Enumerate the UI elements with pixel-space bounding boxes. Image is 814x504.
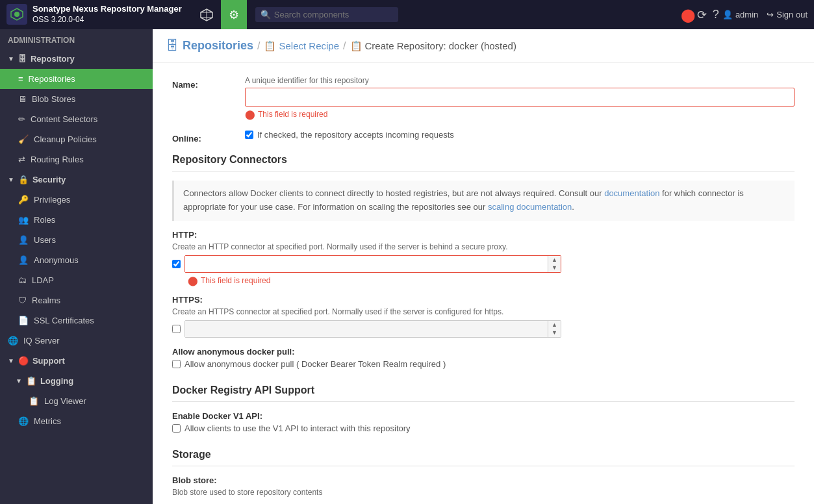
name-error-icon: ⬤ xyxy=(245,109,255,120)
username-label: admin xyxy=(735,10,758,19)
sidebar-item-security-group[interactable]: ▼ 🔒 Security xyxy=(0,170,153,190)
ldap-icon: 🗂 xyxy=(18,275,27,285)
refresh-icon[interactable]: ⟳ xyxy=(697,8,707,22)
support-icon: 🔴 xyxy=(18,356,29,366)
https-checkbox[interactable] xyxy=(172,325,181,333)
http-decrement-button[interactable]: ▼ xyxy=(548,264,561,272)
http-spinner-container: ▲ ▼ xyxy=(184,255,561,273)
sign-out-button[interactable]: ↪ Sign out xyxy=(767,10,808,19)
log-viewer-icon: 📋 xyxy=(29,396,39,406)
name-input[interactable] xyxy=(245,88,795,107)
sidebar-label-logging: Logging xyxy=(40,376,73,386)
chevron-down-icon-logging: ▼ xyxy=(16,377,22,384)
select-recipe-icon: 📋 xyxy=(264,40,276,52)
sidebar-item-support-group[interactable]: ▼ 🔴 Support xyxy=(0,351,153,371)
sign-out-icon: ↪ xyxy=(767,10,774,19)
sidebar-label-repositories: Repositories xyxy=(29,74,75,84)
help-icon[interactable]: ? xyxy=(713,8,719,21)
app-logo: Sonatype Nexus Repository Manager OSS 3.… xyxy=(6,4,182,25)
http-port-input[interactable] xyxy=(185,256,548,272)
repositories-breadcrumb-icon: 🗄 xyxy=(166,38,179,53)
sidebar-item-ldap[interactable]: 🗂 LDAP xyxy=(0,270,153,290)
documentation-link[interactable]: documentation xyxy=(604,188,659,198)
sidebar-label-realms: Realms xyxy=(32,296,60,305)
repo-connectors-title: Repository Connectors xyxy=(172,154,795,171)
sidebar-item-blob-stores[interactable]: 🖥 Blob Stores xyxy=(0,89,153,109)
sidebar-item-privileges[interactable]: 🔑 Privileges xyxy=(0,190,153,210)
sidebar-item-realms[interactable]: 🛡 Realms xyxy=(0,290,153,310)
search-bar[interactable]: 🔍 xyxy=(255,7,398,22)
https-field-block: HTTPS: Create an HTTPS connector at spec… xyxy=(172,295,795,338)
alert-badge: ! xyxy=(687,9,690,21)
sidebar-item-iq-server[interactable]: 🌐 IQ Server xyxy=(0,331,153,351)
top-nav-right: ⬤ ! ⟳ ? 👤 admin ↪ Sign out xyxy=(681,7,808,23)
app-version: OSS 3.20.0-04 xyxy=(32,15,84,24)
https-input-row: ▲ ▼ xyxy=(172,320,795,338)
online-label: Online: xyxy=(172,130,237,144)
enable-v1-block: Enable Docker V1 API: Allow clients to u… xyxy=(172,411,795,433)
http-checkbox[interactable] xyxy=(172,260,181,268)
sidebar-item-roles[interactable]: 👥 Roles xyxy=(0,210,153,230)
anon-docker-pull-label: Allow anonymous docker pull: xyxy=(172,347,795,357)
name-field-container: A unique identifier for this repository … xyxy=(245,76,795,120)
main-layout: Administration ▼ 🗄 Repository ≡ Reposito… xyxy=(0,29,814,504)
repositories-breadcrumb-link[interactable]: Repositories xyxy=(183,39,253,53)
sidebar-label-iq-server: IQ Server xyxy=(23,336,60,346)
sidebar-label-anonymous: Anonymous xyxy=(34,255,79,265)
sidebar-item-logging-group[interactable]: ▼ 📋 Logging xyxy=(0,371,153,391)
http-increment-button[interactable]: ▲ xyxy=(548,256,561,264)
create-repo-label: Create Repository: docker (hosted) xyxy=(365,40,516,51)
breadcrumb-sep-2: / xyxy=(343,40,346,52)
sidebar-label-users: Users xyxy=(34,235,56,245)
enable-v1-checkbox[interactable] xyxy=(172,424,181,433)
privileges-icon: 🔑 xyxy=(18,195,29,205)
sidebar-item-log-viewer[interactable]: 📋 Log Viewer xyxy=(0,391,153,411)
roles-icon: 👥 xyxy=(18,215,29,225)
svg-point-1 xyxy=(14,12,19,17)
name-form-row: Name: A unique identifier for this repos… xyxy=(172,76,795,120)
online-description: If checked, the repository accepts incom… xyxy=(257,130,454,140)
https-increment-button[interactable]: ▲ xyxy=(548,321,561,329)
sidebar: Administration ▼ 🗄 Repository ≡ Reposito… xyxy=(0,29,153,504)
create-repo-breadcrumb-current: 📋 Create Repository: docker (hosted) xyxy=(350,40,516,52)
scaling-doc-link[interactable]: scaling documentation xyxy=(488,202,572,212)
iq-server-icon: 🌐 xyxy=(8,336,18,346)
connectors-info-box: Connectors allow Docker clients to conne… xyxy=(172,181,795,221)
sidebar-item-cleanup-policies[interactable]: 🧹 Cleanup Policies xyxy=(0,129,153,149)
search-input[interactable] xyxy=(274,10,393,19)
blob-store-block: Blob store: Blob store used to store rep… xyxy=(172,475,795,497)
settings-nav-button[interactable]: ⚙ xyxy=(221,0,247,29)
chevron-down-icon-support: ▼ xyxy=(8,357,14,364)
http-spinner-buttons: ▲ ▼ xyxy=(548,256,561,272)
sidebar-item-anonymous[interactable]: 👤 Anonymous xyxy=(0,250,153,270)
cube-nav-button[interactable] xyxy=(194,0,220,29)
user-icon: 👤 xyxy=(722,10,733,19)
http-error-icon: ⬤ xyxy=(188,275,198,286)
content-selectors-icon: ✏ xyxy=(18,114,25,124)
sidebar-item-repository-group[interactable]: ▼ 🗄 Repository xyxy=(0,49,153,69)
online-checkbox[interactable] xyxy=(245,131,253,139)
sidebar-item-repositories[interactable]: ≡ Repositories xyxy=(0,69,153,89)
https-decrement-button[interactable]: ▼ xyxy=(548,329,561,337)
security-icon: 🔒 xyxy=(18,175,29,184)
sidebar-label-log-viewer: Log Viewer xyxy=(44,396,86,406)
sidebar-item-routing-rules[interactable]: ⇄ Routing Rules xyxy=(0,149,153,170)
sidebar-item-ssl-certificates[interactable]: 📄 SSL Certificates xyxy=(0,310,153,331)
https-label: HTTPS: xyxy=(172,295,795,305)
repositories-icon: ≡ xyxy=(18,74,23,84)
sidebar-item-users[interactable]: 👤 Users xyxy=(0,230,153,250)
http-label: HTTP: xyxy=(172,230,795,240)
storage-section: Storage Blob store: Blob store used to s… xyxy=(172,449,795,497)
sidebar-item-content-selectors[interactable]: ✏ Content Selectors xyxy=(0,109,153,129)
anon-docker-pull-checkbox[interactable] xyxy=(172,360,181,368)
sidebar-label-ldap: LDAP xyxy=(32,275,54,285)
user-menu[interactable]: 👤 admin xyxy=(722,10,758,19)
sidebar-item-metrics[interactable]: 🌐 Metrics xyxy=(0,411,153,431)
create-repo-form: Name: A unique identifier for this repos… xyxy=(153,63,814,504)
metrics-icon: 🌐 xyxy=(18,416,29,426)
name-label: Name: xyxy=(172,76,237,90)
https-port-input[interactable] xyxy=(185,321,548,337)
http-error-msg: ⬤ This field is required xyxy=(188,275,795,286)
sign-out-label: Sign out xyxy=(776,10,808,19)
select-recipe-breadcrumb-link[interactable]: 📋 Select Recipe xyxy=(264,40,339,52)
